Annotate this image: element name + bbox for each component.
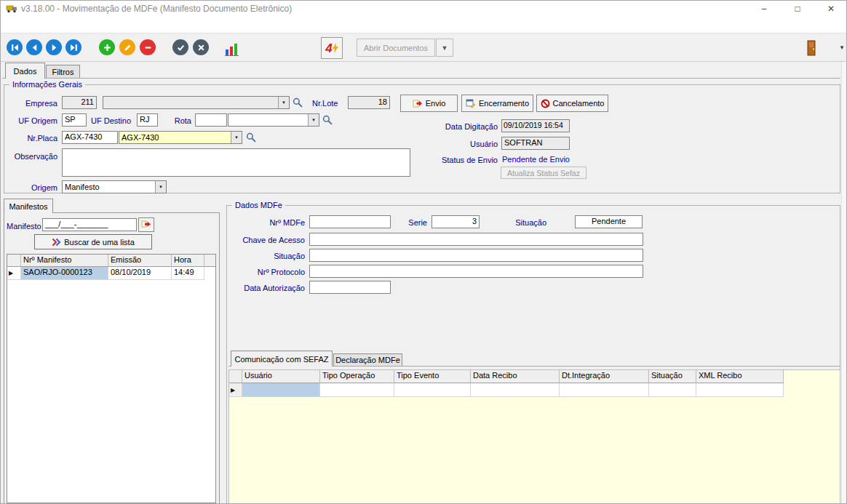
- column-header-tipo-operacao[interactable]: Tipo Operação: [320, 370, 394, 383]
- rota-code-field[interactable]: [195, 113, 227, 127]
- add-record-button[interactable]: [99, 39, 115, 55]
- observacao-textarea[interactable]: [62, 148, 410, 177]
- rota-lookup-button[interactable]: [322, 115, 333, 127]
- tab-frame-line: [2, 78, 840, 79]
- cell-usuario[interactable]: [242, 383, 320, 397]
- tab-comunicacao-sefaz[interactable]: Comunicação com SEFAZ: [231, 351, 333, 367]
- delete-record-button[interactable]: [140, 39, 156, 55]
- manifesto-masked-input[interactable]: ___/___-_______: [42, 218, 137, 231]
- atualiza-status-sefaz-button[interactable]: Atualiza Status Sefaz: [501, 167, 586, 179]
- buscar-lista-button[interactable]: Buscar de uma lista: [34, 234, 152, 249]
- encerramento-button[interactable]: Encerramento: [461, 95, 533, 112]
- situacao-desc-label: Situação: [241, 251, 305, 261]
- menu-bar: Operação Navegação Permissão: [1, 17, 846, 33]
- column-header-tipo-evento[interactable]: Tipo Evento: [394, 370, 471, 383]
- nr-protocolo-field[interactable]: [309, 265, 643, 278]
- maximize-button[interactable]: □: [781, 1, 814, 17]
- header-indicator-cell: [229, 370, 242, 383]
- manifesto-go-button[interactable]: [138, 217, 154, 232]
- toolbar-overflow-button[interactable]: ▾: [838, 42, 846, 52]
- abrir-documentos-button[interactable]: Abrir Documentos: [357, 39, 435, 57]
- cell-data-recibo[interactable]: [471, 383, 560, 397]
- minimize-button[interactable]: –: [747, 1, 781, 17]
- edit-record-button[interactable]: [119, 39, 135, 55]
- row-filler: [204, 267, 215, 280]
- envio-icon: [413, 99, 423, 108]
- envio-button[interactable]: Envio: [400, 95, 458, 112]
- empresa-combo[interactable]: ▼: [103, 96, 290, 109]
- last-record-button[interactable]: [65, 39, 81, 55]
- header-filler: [204, 255, 215, 267]
- header-indicator-cell: [7, 255, 21, 267]
- column-header-situacao[interactable]: Situação: [649, 370, 696, 383]
- tab-declaracao-mdfe[interactable]: Declaração MDFe: [333, 353, 402, 366]
- cell-tipo-evento[interactable]: [394, 383, 471, 397]
- exit-button[interactable]: [800, 38, 822, 58]
- uf-origem-field[interactable]: SP: [62, 113, 87, 127]
- nr-placa-field[interactable]: AGX-7430: [62, 131, 118, 144]
- data-digitacao-label: Data Digitação: [434, 121, 498, 132]
- lightning-icon: [333, 43, 338, 54]
- chave-acesso-label: Chave de Acesso: [238, 235, 305, 245]
- next-record-icon: [50, 44, 58, 52]
- rota-combo-arrow[interactable]: ▼: [308, 114, 319, 126]
- column-header-dt-integracao[interactable]: Dt.Integração: [560, 370, 649, 383]
- cell-situacao[interactable]: [649, 383, 696, 397]
- previous-record-button[interactable]: [26, 39, 42, 55]
- data-autorizacao-label: Data Autorização: [237, 283, 305, 293]
- uf-origem-label: UF Origem: [7, 116, 57, 126]
- cancel-edit-button[interactable]: [193, 39, 209, 55]
- origem-combo-arrow[interactable]: ▼: [155, 181, 166, 193]
- serie-label: Serie: [395, 217, 427, 228]
- rota-combo[interactable]: ▼: [228, 113, 319, 127]
- row-indicator-icon: ▶: [231, 387, 235, 393]
- situacao-desc-field[interactable]: [309, 249, 643, 262]
- last-record-icon: [70, 44, 78, 52]
- first-record-button[interactable]: [7, 39, 23, 55]
- previous-record-icon: [31, 44, 39, 52]
- sefaz-empty-row[interactable]: ▶: [229, 383, 840, 397]
- chart-button[interactable]: [223, 40, 241, 56]
- nr-placa-lookup-button[interactable]: [246, 132, 256, 144]
- tab-dados[interactable]: Dados: [5, 63, 45, 79]
- app-logo-button[interactable]: 4: [321, 37, 343, 59]
- nr-placa-combo[interactable]: AGX-7430 ▼: [119, 131, 242, 144]
- uf-destino-label: UF Destino: [91, 116, 131, 126]
- nr-placa-combo-arrow[interactable]: ▼: [231, 132, 242, 143]
- next-record-button[interactable]: [46, 39, 62, 55]
- empresa-label: Empresa: [7, 98, 57, 108]
- confirm-button[interactable]: [172, 39, 188, 55]
- column-header-xml-recibo[interactable]: XML Recibo: [696, 370, 784, 383]
- abrir-documentos-dropdown[interactable]: ▼: [436, 39, 453, 57]
- cell-dt-integracao[interactable]: [560, 383, 649, 397]
- cell-emissao[interactable]: 08/10/2019: [108, 267, 172, 280]
- situacao-field: Pendente: [575, 215, 643, 228]
- magnifier-icon: [293, 97, 303, 108]
- close-button[interactable]: ✕: [814, 1, 847, 17]
- column-header-data-recibo[interactable]: Data Recibo: [471, 370, 560, 383]
- empresa-lookup-button[interactable]: [293, 97, 303, 109]
- column-header-hora[interactable]: Hora: [172, 255, 204, 267]
- origem-combo[interactable]: Manifesto ▼: [62, 180, 167, 193]
- column-header-nr-manifesto[interactable]: Nrº Manifesto: [21, 255, 108, 267]
- origem-label: Origem: [7, 183, 57, 193]
- chave-acesso-field[interactable]: [309, 233, 643, 246]
- vertical-scrollbar[interactable]: [841, 62, 847, 504]
- nr-mdfe-field[interactable]: [309, 215, 391, 228]
- data-autorizacao-field[interactable]: [309, 281, 391, 294]
- cell-xml-recibo[interactable]: [696, 383, 784, 397]
- manifestos-grid-header: Nrº Manifesto Emissão Hora: [7, 255, 215, 267]
- empresa-code-field: 211: [62, 96, 97, 109]
- cell-tipo-operacao[interactable]: [320, 383, 394, 397]
- cell-nr-manifesto[interactable]: SAO/RJO-0000123: [21, 267, 108, 280]
- column-header-usuario[interactable]: Usuário: [242, 370, 320, 383]
- uf-destino-field[interactable]: RJ: [137, 113, 158, 127]
- manifesto-row[interactable]: ▶ SAO/RJO-0000123 08/10/2019 14:49: [7, 267, 215, 280]
- serie-field[interactable]: 3: [432, 215, 480, 228]
- cell-hora[interactable]: 14:49: [172, 267, 204, 280]
- tab-filtros[interactable]: Filtros: [46, 65, 80, 78]
- empresa-combo-arrow[interactable]: ▼: [278, 97, 289, 108]
- tab-manifestos[interactable]: Manifestos: [4, 199, 53, 213]
- column-header-emissao[interactable]: Emissão: [108, 255, 172, 267]
- cancelamento-button[interactable]: Cancelamento: [536, 95, 608, 112]
